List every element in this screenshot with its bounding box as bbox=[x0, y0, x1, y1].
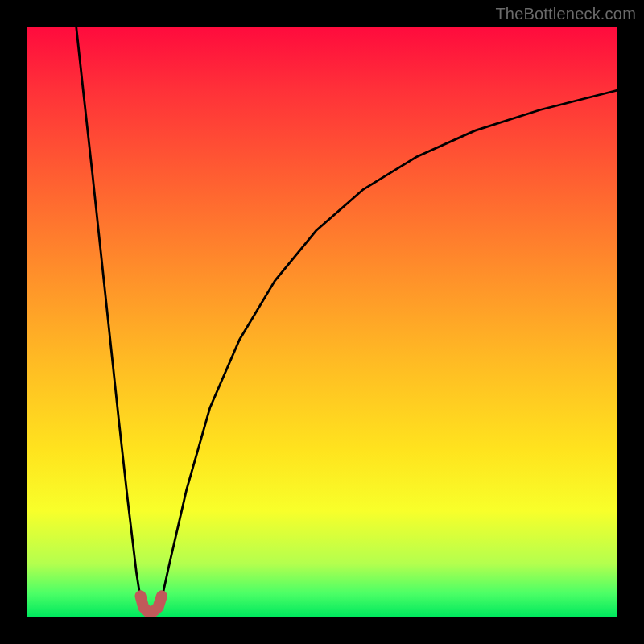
curve-valley-u bbox=[141, 596, 162, 612]
chart-frame: TheBottleneck.com bbox=[0, 0, 644, 644]
curve-svg bbox=[27, 27, 617, 617]
curve-right-ascent bbox=[162, 90, 617, 599]
watermark-text: TheBottleneck.com bbox=[495, 5, 636, 23]
plot-area bbox=[27, 27, 617, 617]
curve-left-descent bbox=[76, 27, 141, 599]
